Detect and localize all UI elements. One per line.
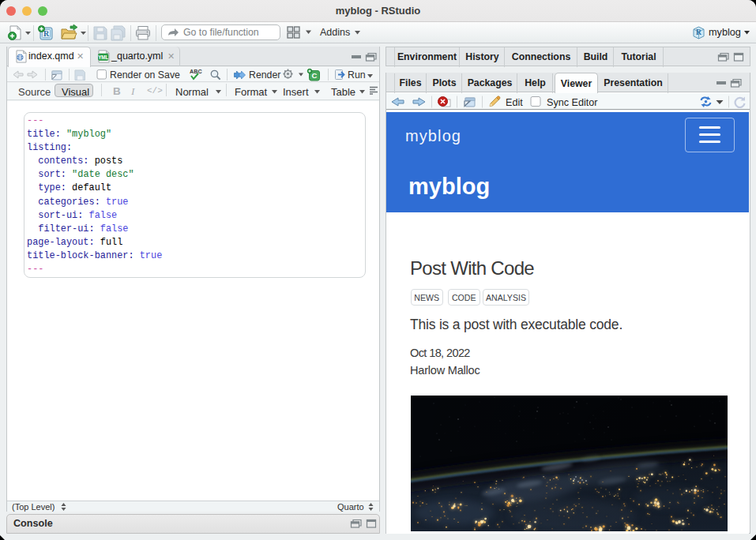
svg-text:ABC: ABC xyxy=(190,68,202,75)
svg-text:C: C xyxy=(312,71,318,80)
svg-text:YML: YML xyxy=(98,54,108,60)
svg-text:R: R xyxy=(696,28,701,36)
